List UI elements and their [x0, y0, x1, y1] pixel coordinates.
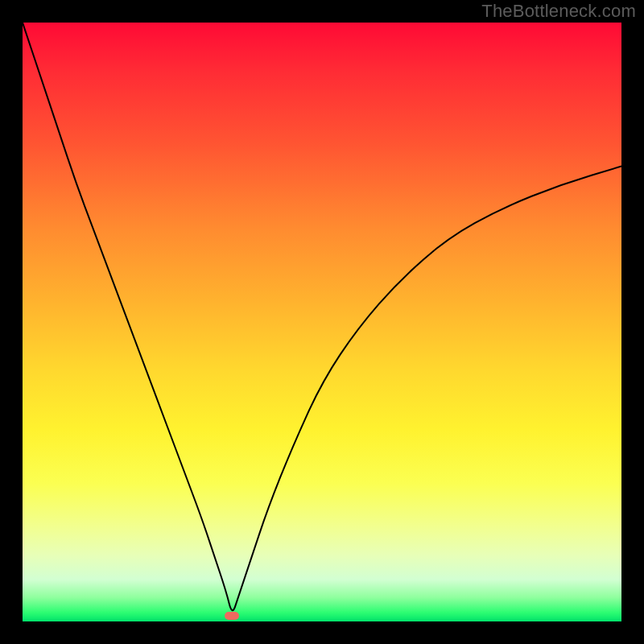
bottleneck-curve: [23, 23, 621, 621]
watermark-text: TheBottleneck.com: [481, 1, 636, 22]
minimum-marker: [225, 612, 239, 620]
chart-frame: TheBottleneck.com: [0, 0, 644, 644]
curve-path: [23, 23, 621, 610]
plot-area: [23, 23, 621, 621]
